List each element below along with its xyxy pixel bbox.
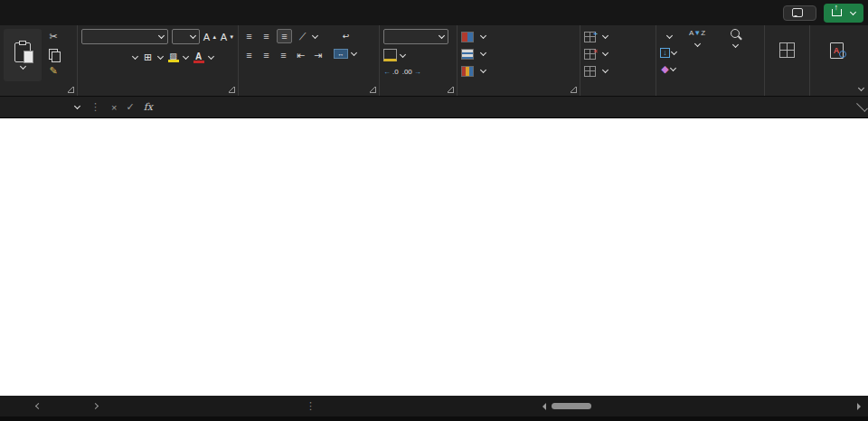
chevron-down-icon[interactable] xyxy=(183,52,189,59)
align-right-button[interactable]: ≡ xyxy=(277,49,290,61)
dialog-launcher-icon[interactable] xyxy=(448,87,454,93)
scroll-right-icon[interactable] xyxy=(857,403,864,410)
share-button[interactable] xyxy=(824,4,863,23)
fill-color-button[interactable]: ▨ xyxy=(166,51,180,62)
chevron-down-icon[interactable] xyxy=(312,32,318,38)
chevron-down-icon xyxy=(665,32,672,38)
decrease-decimal-button[interactable]: .00→ xyxy=(402,64,421,79)
font-name-select[interactable] xyxy=(81,29,168,44)
paste-button[interactable] xyxy=(4,29,42,81)
chevron-down-icon xyxy=(480,67,486,73)
chevron-down-icon xyxy=(602,67,609,73)
formula-bar: ⋮ × ✓ fx xyxy=(0,96,868,118)
increase-font-size-button[interactable]: A▲ xyxy=(203,30,217,44)
chevron-down-icon xyxy=(693,41,700,47)
create-pdf-button[interactable]: A xyxy=(810,25,863,78)
underline-button[interactable] xyxy=(116,50,129,64)
name-box[interactable] xyxy=(0,97,87,117)
sheet-tab-bar: ⋮ xyxy=(0,396,868,416)
format-cells-button[interactable] xyxy=(584,63,608,79)
number-format-select[interactable] xyxy=(383,29,448,44)
sort-filter-icon: A▼Z xyxy=(689,29,705,37)
autosum-button[interactable] xyxy=(660,29,676,43)
sort-filter-button[interactable]: A▼Z xyxy=(680,29,714,76)
scroll-left-icon[interactable] xyxy=(539,403,546,410)
cancel-entry-button[interactable]: × xyxy=(111,102,117,113)
align-left-button[interactable]: ≡ xyxy=(242,49,256,61)
insert-function-button[interactable]: fx xyxy=(144,101,153,113)
comments-button[interactable] xyxy=(783,5,816,21)
formula-bar-handle[interactable]: ⋮ xyxy=(87,101,104,113)
conditional-formatting-button[interactable] xyxy=(461,29,486,44)
italic-button[interactable] xyxy=(99,50,112,64)
percent-style-button[interactable] xyxy=(409,48,422,62)
clear-button[interactable]: ◆ xyxy=(660,61,676,76)
menu-tabs xyxy=(0,0,9,25)
dialog-launcher-icon[interactable] xyxy=(571,87,577,93)
chevron-down-icon xyxy=(602,50,609,56)
increase-indent-button[interactable]: ⇥ xyxy=(311,49,325,61)
align-middle-button[interactable]: ≡ xyxy=(259,30,273,42)
eraser-icon: ◆ xyxy=(661,63,668,75)
chevron-down-icon[interactable] xyxy=(208,52,214,59)
next-sheet-button[interactable] xyxy=(93,404,98,408)
accounting-format-icon[interactable] xyxy=(383,49,397,61)
chevron-down-icon[interactable] xyxy=(400,51,406,57)
tab-splitter-handle[interactable]: ⋮ xyxy=(302,400,319,412)
wrap-text-button[interactable]: ↩ xyxy=(334,29,356,43)
chevron-down-icon xyxy=(480,33,486,39)
font-color-button[interactable]: A xyxy=(192,51,205,63)
decrease-indent-button[interactable]: ⇤ xyxy=(294,49,307,61)
previous-sheet-button[interactable] xyxy=(36,404,41,408)
font-size-select[interactable] xyxy=(172,29,200,44)
dialog-launcher-icon[interactable] xyxy=(370,87,376,93)
addins-button[interactable] xyxy=(765,25,809,78)
dialog-launcher-icon[interactable] xyxy=(68,87,74,93)
orientation-button[interactable]: ⟋ xyxy=(296,30,309,42)
ribbon-group-font: A▲ A▼ ⊞ ▨ xyxy=(78,25,239,96)
chevron-down-icon xyxy=(19,62,25,69)
merge-center-icon[interactable]: ↔ xyxy=(334,49,348,59)
align-center-button[interactable]: ≡ xyxy=(259,49,273,61)
horizontal-scrollbar[interactable] xyxy=(539,400,864,412)
insert-cells-button[interactable]: + xyxy=(584,29,608,44)
horizontal-scroll-thumb[interactable] xyxy=(552,403,591,409)
delete-cells-icon: × xyxy=(584,49,596,60)
cell-styles-icon xyxy=(461,66,474,77)
chevron-down-icon xyxy=(74,103,80,109)
decrease-font-size-button[interactable]: A▼ xyxy=(221,30,234,44)
cell-styles-button[interactable] xyxy=(461,63,486,79)
menu-right-actions xyxy=(783,4,868,23)
comma-style-button[interactable] xyxy=(426,48,439,62)
chevron-down-icon[interactable] xyxy=(132,52,138,59)
delete-cells-button[interactable]: × xyxy=(584,46,608,61)
chevron-down-icon xyxy=(158,33,165,39)
format-as-table-button[interactable] xyxy=(461,46,486,61)
chevron-down-icon[interactable] xyxy=(351,50,357,56)
bold-button[interactable] xyxy=(81,50,95,64)
chevron-down-icon xyxy=(190,33,196,39)
insert-cells-icon: + xyxy=(584,32,596,42)
copy-button[interactable] xyxy=(45,46,61,61)
cut-button[interactable]: ✂ xyxy=(45,29,61,44)
align-top-button[interactable]: ≡ xyxy=(242,30,256,42)
align-bottom-button[interactable]: ≡ xyxy=(277,29,292,43)
increase-decimal-button[interactable]: ←.0 xyxy=(383,64,399,79)
conditional-formatting-icon xyxy=(461,32,474,42)
find-select-button[interactable] xyxy=(718,29,752,76)
dialog-launcher-icon[interactable] xyxy=(229,87,235,93)
fill-button[interactable]: ↓ xyxy=(660,45,676,60)
copy-icon xyxy=(49,49,58,60)
chevron-down-icon xyxy=(439,33,445,39)
chevron-down-icon[interactable] xyxy=(157,52,164,59)
chevron-down-icon xyxy=(602,33,609,39)
chevron-down-icon xyxy=(731,42,738,48)
confirm-entry-button[interactable]: ✓ xyxy=(126,101,134,113)
excel-app: ✂ ✎ A▲ xyxy=(0,0,868,421)
borders-button[interactable]: ⊞ xyxy=(141,50,155,64)
addins-icon xyxy=(779,42,795,58)
format-painter-button[interactable]: ✎ xyxy=(45,63,61,79)
expand-formula-bar-icon[interactable] xyxy=(856,100,868,112)
font-color-bar xyxy=(193,61,204,63)
chevron-down-icon xyxy=(671,48,677,54)
